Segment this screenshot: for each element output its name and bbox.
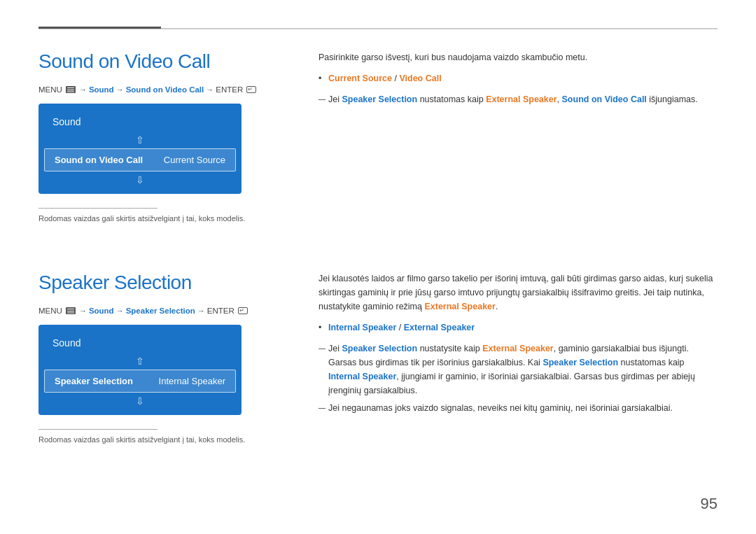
speaker-sel-ref-2: Speaker Selection [342,344,417,353]
ui-box-1-nav-up: ⇧ [38,134,241,146]
section1-dash-1: Jei Speaker Selection nustatomas kaip Ex… [318,92,718,106]
sovc-ref-1: Sound on Video Call [562,94,647,104]
page-number: 95 [701,495,718,513]
right-col-2: Jei klausotės laidos ar filmo garso take… [318,272,718,444]
video-call-link: Video Call [399,73,441,83]
arrow-1: → [79,85,87,94]
section2-right-intro: Jei klausotės laidos ar filmo garso take… [318,272,718,314]
ui-box-2-row: Speaker Selection Internal Speaker [44,370,236,393]
section-sound-on-video-call: Sound on Video Call MENU → Sound → Sound… [38,50,718,223]
internal-speaker-ref-2: Internal Speaker [328,372,396,381]
ui-box-1: Sound ⇧ Sound on Video Call Current Sour… [38,104,241,194]
section2-title: Speaker Selection [38,272,290,294]
ui-box-1-row: Sound on Video Call Current Source [44,148,236,171]
left-col-1: Sound on Video Call MENU → Sound → Sound… [38,50,290,223]
enter-icon-2 [238,307,248,314]
speaker-sel-ref-1: Speaker Selection [342,94,417,104]
section2-dash-1: Jei Speaker Selection nustatysite kaip E… [318,342,718,398]
ext-speaker-ref-2: External Speaker [482,344,553,353]
section2-bullets: Internal Speaker / External Speaker [318,321,718,335]
footnote-1: Rodomas vaizdas gali skirtis atsižvelgia… [38,214,290,223]
current-source-link: Current Source [328,73,392,83]
section1-menu-path: MENU → Sound → Sound on Video Call → ENT… [38,85,290,94]
nav-down-arrow-1[interactable]: ⇩ [136,174,144,185]
arrow-2: → [116,85,124,94]
section2-dash-2: Jei negaunamas joks vaizdo signalas, nev… [318,401,718,415]
arrow-3: → [206,85,214,94]
menu-icon-1 [66,86,76,93]
top-divider-accent [38,27,161,29]
section1-bullet-1: Current Source / Video Call [318,71,718,85]
section1-right-intro: Pasirinkite garso išvestį, kuri bus naud… [318,50,718,64]
arrow-6: → [197,307,205,315]
arrow-5: → [116,307,124,315]
section1-title: Sound on Video Call [38,50,290,73]
enter-icon-1 [246,86,256,93]
menu-label-1: MENU [38,85,62,94]
ext-speaker-mode-ref: External Speaker [424,302,495,311]
menu-icon-2 [66,307,76,314]
menu-sound-1: Sound [89,85,114,94]
ui-box-2-header: Sound [38,333,241,356]
footnote-divider-1 [38,208,158,209]
ui-box-1-row-value: Current Source [164,155,225,165]
ui-box-2-nav-up: ⇧ [38,356,241,367]
ui-box-1-header: Sound [38,112,241,134]
ui-box-1-row-label: Sound on Video Call [55,155,143,165]
menu-label-2: MENU [38,307,62,315]
left-col-2: Speaker Selection MENU → Sound → Speaker… [38,272,290,444]
internal-speaker-link: Internal Speaker [328,323,396,332]
nav-up-arrow-1[interactable]: ⇧ [136,134,144,146]
footnote-divider-2 [38,429,158,430]
enter-label-2: ENTER [207,307,234,315]
section2-menu-path: MENU → Sound → Speaker Selection → ENTER [38,307,290,315]
ui-box-1-nav-down: ⇩ [38,174,241,185]
section-speaker-selection: Speaker Selection MENU → Sound → Speaker… [38,272,718,444]
section1-dashes: Jei Speaker Selection nustatomas kaip Ex… [318,92,718,106]
nav-down-arrow-2[interactable]: ⇩ [136,395,144,407]
menu-speaker-sel: Speaker Selection [126,307,195,315]
section1-bullets: Current Source / Video Call [318,71,718,85]
nav-up-arrow-2[interactable]: ⇧ [136,356,144,367]
menu-sovc: Sound on Video Call [126,85,204,94]
sep-2: / [399,323,404,332]
enter-label-1: ENTER [216,85,243,94]
external-speaker-link: External Speaker [404,323,475,332]
section2-bullet-1: Internal Speaker / External Speaker [318,321,718,335]
ui-box-2: Sound ⇧ Speaker Selection Internal Speak… [38,325,241,415]
right-col-1: Pasirinkite garso išvestį, kuri bus naud… [318,50,718,223]
footnote-2: Rodomas vaizdas gali skirtis atsižvelgia… [38,435,290,444]
ui-box-2-row-label: Speaker Selection [55,376,133,386]
ext-speaker-ref-1: External Speaker [486,94,556,104]
arrow-4: → [79,307,87,315]
speaker-sel-ref-3: Speaker Selection [542,358,618,367]
section2-dashes: Jei Speaker Selection nustatysite kaip E… [318,342,718,415]
ui-box-2-nav-down: ⇩ [38,395,241,407]
menu-sound-2: Sound [89,307,114,315]
ui-box-2-row-value: Internal Speaker [159,376,225,386]
